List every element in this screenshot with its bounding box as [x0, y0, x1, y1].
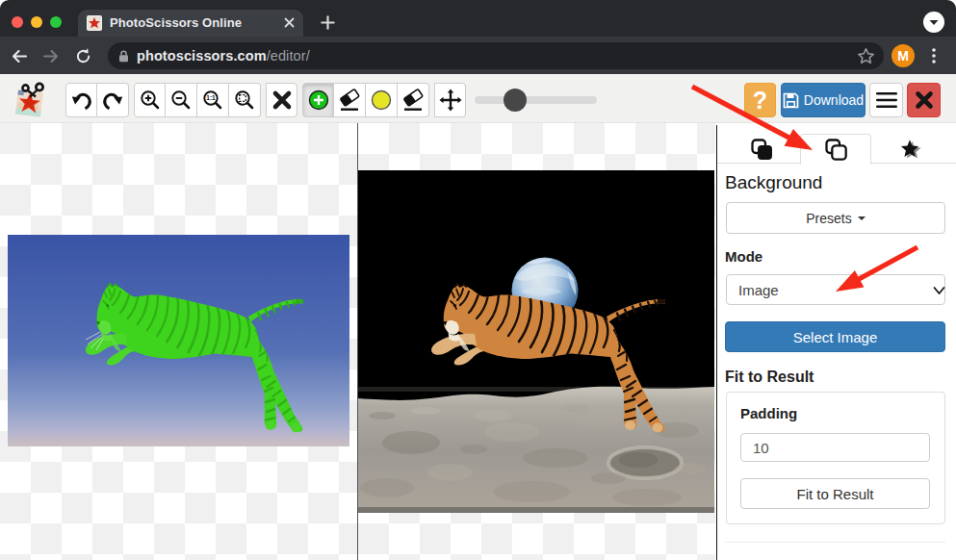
svg-text:1:1: 1:1 — [206, 94, 216, 101]
